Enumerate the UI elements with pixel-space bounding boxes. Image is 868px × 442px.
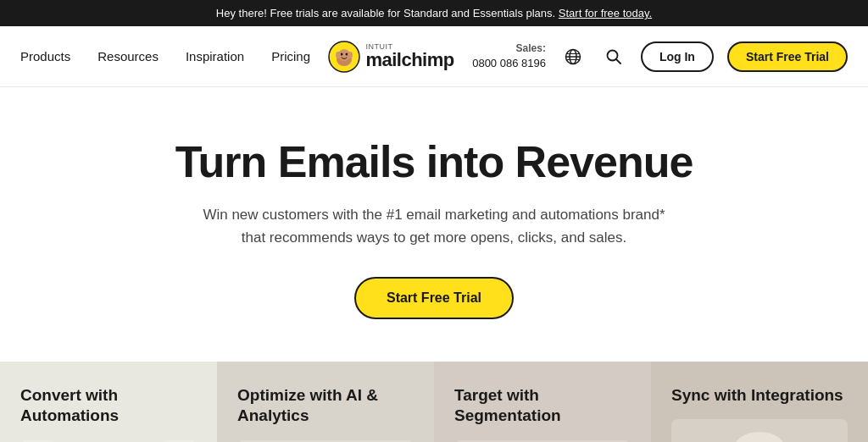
- announcement-bar: Hey there! Free trials are available for…: [0, 0, 868, 26]
- features-section: Convert with Automations Customer Journe…: [0, 362, 868, 442]
- nav-actions: Sales: 0800 086 8196 Log In Start Free T…: [472, 41, 848, 72]
- announcement-text: Hey there! Free trials are available for…: [216, 7, 555, 19]
- logo-mailchimp-text: mailchimp: [365, 51, 453, 69]
- nav-resources[interactable]: Resources: [97, 49, 159, 64]
- nav-pricing[interactable]: Pricing: [271, 49, 310, 64]
- sales-number: 0800 086 8196: [472, 56, 546, 71]
- feature-card-automations: Convert with Automations Customer Journe…: [0, 362, 217, 442]
- navbar: Products Resources Inspiration Pricing i…: [0, 26, 868, 87]
- search-icon: [605, 48, 622, 65]
- nav-inspiration[interactable]: Inspiration: [186, 49, 244, 64]
- feature-card-analytics: Optimize with AI & Analytics Seasonal Sa…: [217, 362, 434, 442]
- svg-line-13: [616, 59, 620, 64]
- hero-title: Turn Emails into Revenue: [175, 138, 693, 186]
- globe-button[interactable]: [559, 43, 587, 70]
- search-button[interactable]: [600, 43, 627, 70]
- feature-title-automations: Convert with Automations: [20, 385, 197, 427]
- nav-links: Products Resources Inspiration Pricing: [20, 49, 310, 64]
- svg-point-6: [348, 52, 353, 58]
- start-free-trial-hero-button[interactable]: Start Free Trial: [354, 277, 514, 319]
- hero-section: Turn Emails into Revenue Win new custome…: [0, 87, 868, 362]
- feature-card-integrations: Sync with Integrations: [651, 362, 868, 442]
- feature-title-integrations: Sync with Integrations: [671, 385, 848, 406]
- login-button[interactable]: Log In: [641, 41, 714, 72]
- svg-point-5: [336, 52, 341, 58]
- sales-info: Sales: 0800 086 8196: [472, 41, 546, 71]
- mailchimp-logo-icon: [328, 41, 360, 73]
- feature-title-analytics: Optimize with AI & Analytics: [237, 385, 414, 427]
- hero-subtitle: Win new customers with the #1 email mark…: [197, 203, 671, 249]
- sales-label: Sales:: [516, 41, 546, 56]
- start-free-trial-nav-button[interactable]: Start Free Trial: [727, 41, 848, 72]
- nav-products[interactable]: Products: [20, 49, 70, 64]
- feature-card-segmentation: Target with Segmentation: [434, 362, 651, 442]
- nav-logo[interactable]: intuit mailchimp: [328, 41, 453, 73]
- announcement-link[interactable]: Start for free today.: [559, 7, 652, 19]
- globe-icon: [565, 48, 581, 65]
- feature-title-segmentation: Target with Segmentation: [454, 385, 631, 427]
- feature-image-integrations: [671, 419, 848, 442]
